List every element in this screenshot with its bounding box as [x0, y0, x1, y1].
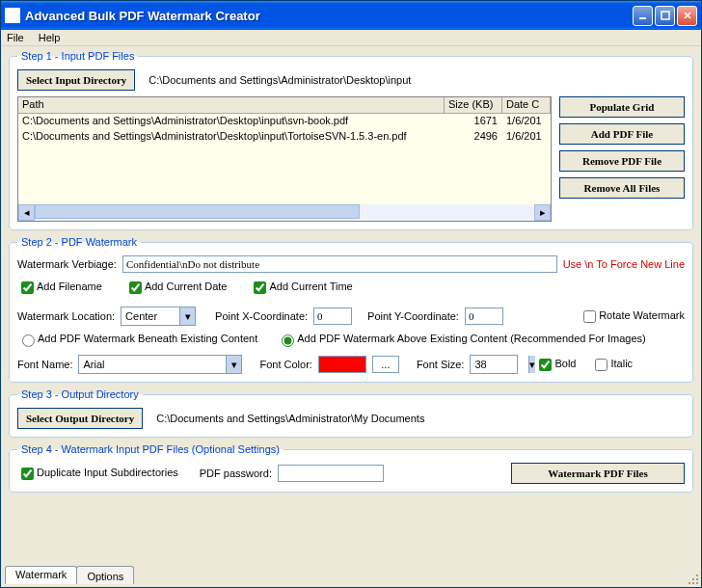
step4-legend: Step 4 - Watermark Input PDF Files (Opti…	[17, 443, 284, 455]
svg-rect-3	[696, 578, 698, 580]
font-color-swatch[interactable]	[318, 356, 366, 373]
location-combo[interactable]: Center ▾	[121, 307, 196, 326]
grid-cell-size: 1671	[445, 114, 502, 129]
scroll-right-icon[interactable]: ▸	[534, 204, 551, 221]
grid-header-date[interactable]: Date C	[502, 97, 551, 113]
font-color-label: Font Color:	[259, 359, 311, 370]
font-size-label: Font Size:	[417, 359, 465, 370]
select-input-dir-button[interactable]: Select Input Directory	[17, 69, 135, 91]
svg-rect-0	[639, 17, 646, 19]
italic-check[interactable]: Italic	[591, 356, 633, 374]
px-label: Point X-Coordinate:	[215, 310, 308, 322]
step2-group: Step 2 - PDF Watermark Watermark Verbiag…	[9, 236, 693, 383]
add-time-check[interactable]: Add Current Time	[250, 279, 352, 297]
px-input[interactable]	[313, 307, 352, 325]
add-filename-check[interactable]: Add Filename	[17, 279, 102, 297]
grid-hscroll[interactable]: ◂ ▸	[18, 204, 551, 221]
minimize-button[interactable]	[633, 6, 653, 26]
grid-header-size[interactable]: Size (KB)	[445, 97, 502, 113]
font-size-combo[interactable]: 38 ▾	[470, 355, 518, 374]
svg-rect-2	[696, 575, 698, 576]
pdf-password-label: PDF password:	[200, 468, 272, 479]
tabstrip: Watermark Options	[5, 566, 133, 584]
grid-header[interactable]: Path Size (KB) Date C	[18, 97, 551, 114]
svg-rect-6	[692, 582, 694, 584]
chevron-down-icon[interactable]: ▾	[179, 307, 195, 325]
svg-rect-5	[696, 582, 698, 584]
titlebar[interactable]: Advanced Bulk PDF Watermark Creator	[1, 1, 701, 30]
close-button[interactable]	[677, 6, 697, 26]
input-dir-path: C:\Documents and Settings\Administrator\…	[148, 74, 411, 86]
py-label: Point Y-Coordinate:	[367, 310, 459, 322]
chevron-down-icon[interactable]: ▾	[226, 356, 241, 373]
tab-watermark[interactable]: Watermark	[5, 566, 77, 584]
menubar: File Help	[1, 30, 701, 46]
step4-group: Step 4 - Watermark Input PDF Files (Opti…	[9, 443, 693, 493]
svg-rect-4	[692, 578, 694, 580]
step1-group: Step 1 - Input PDF Files Select Input Di…	[9, 50, 693, 230]
menu-file[interactable]: File	[7, 32, 24, 43]
add-date-check[interactable]: Add Current Date	[125, 279, 228, 297]
step2-legend: Step 2 - PDF Watermark	[17, 236, 141, 248]
grid-cell-path: C:\Documents and Settings\Administrator\…	[18, 114, 445, 129]
chevron-down-icon[interactable]: ▾	[528, 356, 535, 373]
bold-check[interactable]: Bold	[535, 356, 576, 374]
file-grid[interactable]: Path Size (KB) Date C C:\Documents and S…	[17, 96, 552, 222]
grid-cell-date: 1/6/201	[502, 114, 551, 129]
grid-cell-path: C:\Documents and Settings\Administrator\…	[18, 129, 445, 145]
grid-header-path[interactable]: Path	[18, 97, 445, 113]
font-name-combo[interactable]: Arial ▾	[78, 355, 242, 374]
menu-help[interactable]: Help	[39, 32, 61, 43]
svg-rect-1	[662, 12, 669, 19]
pdf-password-input[interactable]	[278, 465, 384, 482]
scroll-left-icon[interactable]: ◂	[18, 204, 35, 221]
location-label: Watermark Location:	[17, 310, 115, 322]
rotate-check[interactable]: Rotate Watermark	[580, 307, 685, 326]
step1-legend: Step 1 - Input PDF Files	[17, 50, 138, 62]
py-input[interactable]	[465, 307, 503, 325]
verbiage-label: Watermark Verbiage:	[17, 258, 117, 270]
verbiage-input[interactable]	[122, 255, 557, 273]
svg-rect-7	[688, 582, 690, 584]
step3-group: Step 3 - Output Directory Select Output …	[9, 388, 693, 438]
grid-cell-size: 2496	[445, 129, 502, 145]
remove-pdf-button[interactable]: Remove PDF File	[559, 150, 685, 172]
tab-options[interactable]: Options	[76, 566, 134, 584]
grid-row[interactable]: C:\Documents and Settings\Administrator\…	[18, 129, 551, 145]
beneath-radio[interactable]: Add PDF Watermark Beneath Existing Conte…	[17, 332, 257, 347]
remove-all-button[interactable]: Remove All Files	[559, 177, 685, 199]
font-color-picker-button[interactable]: ...	[372, 356, 399, 373]
grid-cell-date: 1/6/201	[502, 129, 551, 145]
step3-legend: Step 3 - Output Directory	[17, 388, 143, 400]
populate-grid-button[interactable]: Populate Grid	[559, 96, 685, 118]
location-value: Center	[122, 310, 179, 322]
font-size-value: 38	[471, 359, 528, 370]
scroll-track[interactable]	[35, 204, 534, 221]
above-radio[interactable]: Add PDF Watermark Above Existing Content…	[277, 332, 646, 347]
window-title: Advanced Bulk PDF Watermark Creator	[25, 9, 631, 23]
maximize-button[interactable]	[655, 6, 675, 26]
output-dir-path: C:\Documents and Settings\Administrator\…	[156, 413, 424, 424]
grid-row[interactable]: C:\Documents and Settings\Administrator\…	[18, 114, 551, 129]
dup-subdirs-check[interactable]: Duplicate Input Subdirectories	[17, 465, 178, 483]
app-icon	[5, 8, 20, 23]
resize-grip-icon[interactable]	[687, 573, 700, 586]
select-output-dir-button[interactable]: Select Output Directory	[17, 408, 143, 429]
newline-note: Use \n To Force New Line	[563, 258, 685, 270]
watermark-pdf-button[interactable]: Watermark PDF Files	[511, 463, 685, 484]
font-name-value: Arial	[79, 359, 226, 370]
scroll-thumb[interactable]	[35, 204, 360, 219]
add-pdf-button[interactable]: Add PDF File	[559, 123, 685, 145]
font-name-label: Font Name:	[17, 359, 72, 370]
